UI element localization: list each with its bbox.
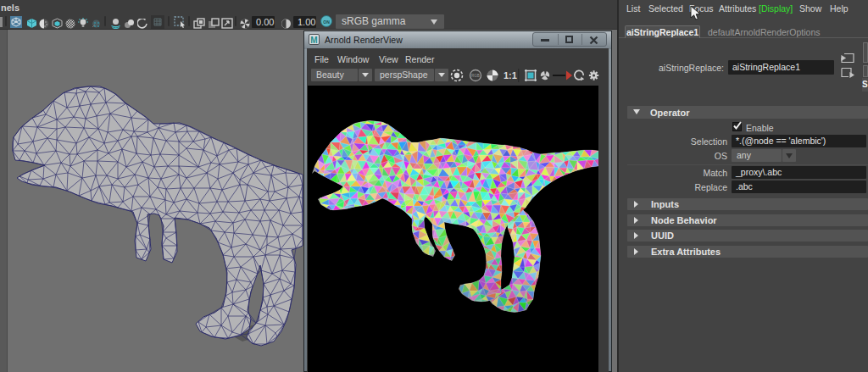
svg-text:RGB: RGB bbox=[471, 74, 480, 78]
svg-text:ON: ON bbox=[323, 19, 330, 25]
svg-text:1:1: 1:1 bbox=[504, 70, 517, 81]
